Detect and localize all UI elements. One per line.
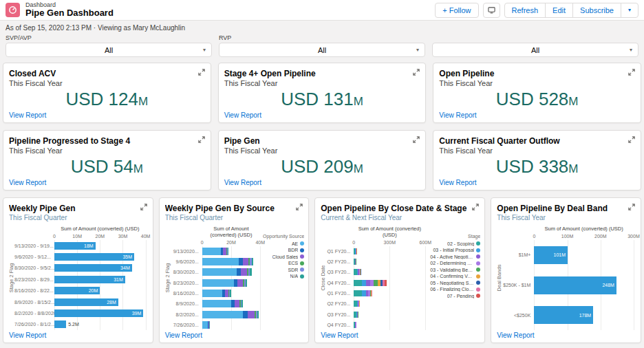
expand-icon[interactable]	[628, 69, 635, 76]
bar-segment[interactable]	[202, 290, 223, 297]
bar-segment[interactable]	[354, 290, 362, 296]
bar-segment[interactable]	[241, 268, 248, 276]
bar-value-label: 18M	[84, 243, 96, 248]
expand-icon[interactable]	[413, 136, 420, 143]
view-report-link[interactable]: View Report	[439, 111, 476, 119]
bar[interactable]: 35M	[54, 253, 134, 261]
bar-segment[interactable]	[202, 258, 239, 265]
bar-value-label: 5.2M	[68, 322, 79, 327]
kpi-card-stage4-open-pipeline: Stage 4+ Open Pipeline This Fiscal Year …	[218, 63, 427, 123]
bar-value-label: 20M	[89, 288, 100, 293]
legend-title: Stage	[468, 234, 480, 239]
bar-segment[interactable]	[385, 280, 387, 286]
legend-item[interactable]: N/A	[290, 274, 305, 279]
edit-button[interactable]: Edit	[545, 3, 573, 18]
legend-item[interactable]: BDR	[288, 248, 305, 252]
expand-icon[interactable]	[472, 204, 479, 210]
kpi-subtitle: This Fiscal Year	[224, 146, 420, 155]
bar[interactable]: 101M	[534, 246, 568, 264]
expand-icon[interactable]	[296, 204, 303, 210]
legend-item[interactable]: ECS	[288, 261, 304, 265]
filter-select-third[interactable]: All ▾	[432, 43, 638, 57]
expand-icon[interactable]	[198, 136, 205, 143]
legend-item[interactable]: 03 - Validating Bene...	[430, 268, 480, 272]
bar-segment[interactable]	[354, 280, 362, 286]
expand-icon[interactable]	[198, 69, 205, 76]
legend-item[interactable]: 06 - Finalizing Closu...	[430, 287, 480, 292]
view-report-link[interactable]: View Report	[321, 331, 358, 339]
expand-icon[interactable]	[628, 204, 635, 210]
category-label: $250K - $1M	[502, 283, 534, 287]
chart-row: 8/23/2020...	[171, 278, 261, 288]
legend-item[interactable]: 03 - Initial Proposal	[433, 248, 480, 252]
bar[interactable]: 28M	[54, 298, 118, 306]
refresh-button[interactable]: Refresh	[504, 3, 546, 18]
legend-item[interactable]: 05 - Negotiating SS ...	[430, 281, 480, 285]
bar[interactable]: 18M	[54, 242, 96, 250]
view-report-link[interactable]: View Report	[224, 179, 261, 186]
bar[interactable]: 39M	[54, 309, 143, 317]
view-report-link[interactable]: View Report	[9, 331, 46, 339]
bar[interactable]: 31M	[54, 276, 125, 283]
bar[interactable]: 178M	[534, 306, 593, 324]
expand-icon[interactable]	[140, 204, 147, 210]
expand-icon[interactable]	[628, 136, 635, 143]
legend-item[interactable]: SDR	[288, 268, 305, 272]
chart-row: 7/26/2020 - 8/1/2...5.2M	[14, 319, 146, 330]
view-report-link[interactable]: View Report	[9, 179, 46, 186]
expand-icon[interactable]	[413, 69, 420, 76]
bar-segment[interactable]	[202, 279, 235, 287]
legend-item[interactable]: 04 - Confirming Val...	[430, 274, 480, 279]
legend-item[interactable]: Cloud Sales	[272, 254, 305, 259]
category-label: 8/2/2020...	[171, 312, 202, 317]
kpi-title: Current Fiscal Quarter Outflow	[439, 136, 635, 146]
follow-button[interactable]: + Follow	[435, 3, 478, 18]
filter-select-rvp[interactable]: All ▾	[219, 43, 425, 57]
bar-segment[interactable]	[237, 279, 242, 287]
present-button[interactable]	[483, 3, 500, 18]
chart-row: Q1 FY20...	[326, 288, 425, 298]
bar-segment[interactable]	[202, 300, 231, 307]
bar-segment[interactable]	[246, 279, 247, 287]
view-report-link[interactable]: View Report	[439, 179, 476, 186]
bar-segment[interactable]	[243, 258, 248, 265]
category-label: 9/6/2020 - 9/12...	[14, 254, 54, 259]
subscribe-button[interactable]: Subscribe	[572, 3, 621, 18]
chart-row: Q2 FY20...	[326, 257, 425, 267]
chart-y-axis-label: Deal Bands	[495, 226, 502, 330]
legend-item[interactable]: 02 - Determining Pr...	[430, 261, 480, 265]
legend-item[interactable]: 04 - Active Negotiat...	[430, 254, 480, 259]
more-actions-button[interactable]: ▾	[621, 3, 638, 18]
category-label: 9/13/2020...	[171, 249, 202, 254]
view-report-link[interactable]: View Report	[165, 331, 202, 339]
chart-title: Weekly Pipe Gen By Source	[165, 204, 303, 213]
category-label: 8/23/2020...	[171, 281, 202, 285]
bar-segment[interactable]	[252, 258, 253, 265]
view-report-link[interactable]: View Report	[9, 111, 46, 119]
bar[interactable]	[54, 320, 66, 328]
bar[interactable]: 20M	[54, 287, 100, 294]
bar-segment[interactable]	[202, 268, 237, 276]
bar-segment[interactable]	[243, 311, 248, 318]
bar-segment[interactable]	[257, 311, 259, 318]
view-report-link[interactable]: View Report	[224, 111, 261, 119]
bar[interactable]: 34M	[54, 264, 132, 272]
legend-item[interactable]: AE	[292, 241, 304, 246]
chevron-down-icon: ▾	[203, 47, 206, 53]
bar-segment[interactable]	[202, 311, 243, 318]
bar-segment[interactable]	[228, 248, 228, 255]
bar-segment[interactable]	[230, 290, 230, 297]
view-report-link[interactable]: View Report	[497, 331, 534, 339]
legend-item[interactable]: 02 - Scoping	[447, 241, 480, 246]
chart-row: Q2 FY20...	[326, 298, 425, 309]
bar[interactable]: 248M	[534, 276, 616, 294]
bar-segment[interactable]	[202, 248, 222, 255]
bar-segment[interactable]	[250, 268, 251, 276]
filter-select-svp-avp[interactable]: All ▾	[6, 43, 212, 57]
bar-segment[interactable]	[202, 321, 208, 329]
legend-item[interactable]: 07 - Pending	[447, 294, 481, 298]
bar-segment[interactable]	[248, 311, 255, 318]
bar-segment[interactable]	[242, 300, 242, 307]
charts-row: Weekly Pipe Gen This Fiscal Quarter Stag…	[0, 197, 644, 343]
kpi-subtitle: This Fiscal Year	[439, 79, 635, 87]
